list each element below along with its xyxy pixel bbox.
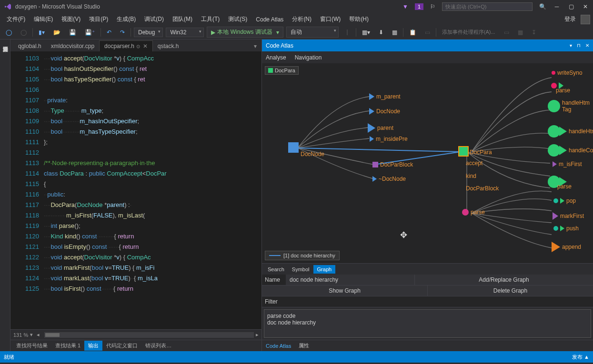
notification-badge[interactable]: 1 [415,3,423,10]
run-config-dropdown[interactable]: 自动 [286,27,339,38]
node-parse3[interactable]: parse [548,176,583,188]
atlas-analyse[interactable]: Analyse [266,54,286,61]
clipboard-icon[interactable]: 📋 [406,28,419,37]
menu-help[interactable]: 帮助(H) [345,14,372,25]
menu-test[interactable]: 测试(S) [224,14,251,25]
menu-debug[interactable]: 调试(D) [141,14,168,25]
tb-icon-2[interactable]: ▦ [515,28,526,37]
solution-explorer-tab[interactable]: 解决方案资源管理器 [0,39,10,351]
nav-back-button[interactable]: ◯ [3,28,15,37]
btab-codedef[interactable]: 代码定义窗口 [102,341,141,351]
nav-fwd-button[interactable]: ◯ [18,28,30,37]
node-markfirst[interactable]: markFirst [553,212,584,220]
pin-icon[interactable]: ⊙ [136,44,140,49]
close-icon[interactable]: ✕ [143,43,148,49]
menu-view[interactable]: 视图(V) [58,14,84,25]
atlas-btab-properties[interactable]: 属性 [295,341,313,351]
atlas-tab-search[interactable]: Search [264,265,288,274]
menu-build[interactable]: 生成(B) [113,14,140,25]
node-m-insidepre[interactable]: m_insidePre [370,136,408,142]
add-replace-button[interactable]: Add/Replace Graph [414,275,593,285]
node-kind[interactable]: kind [466,173,476,179]
platform-dropdown[interactable]: Win32 [166,28,204,37]
quick-launch-input[interactable] [442,2,533,11]
atlas-close-icon[interactable]: ✕ [585,43,589,48]
flag-icon[interactable]: ⚐ [430,3,435,10]
save-button[interactable]: 💾 [66,28,79,37]
btab-find-symbol[interactable]: 查找符号结果 [12,341,51,351]
tab-docparser[interactable]: docparser.h⊙✕ [99,40,153,51]
maximize-button[interactable]: ▢ [567,3,575,10]
atlas-tab-graph[interactable]: Graph [313,265,336,274]
status-publish[interactable]: 发布 ▲ [572,354,589,361]
atlas-graph[interactable]: DocPara DocNode m_parent DocNode parent … [262,63,593,263]
tb-icon-1[interactable]: ▭ [501,28,512,37]
save-all-button[interactable]: 💾⁺ [82,28,98,37]
scroll-right-icon[interactable]: ▸ [256,332,259,338]
node-handlehtm2[interactable]: handleHtm [548,125,593,138]
name-value[interactable]: doc node hierarchy [286,275,414,285]
filter-list[interactable]: parse code doc node hierarchy [264,309,591,338]
close-button[interactable]: ✕ [582,3,589,10]
node-push[interactable]: push [553,225,579,232]
node-handleco[interactable]: handleCo [548,144,593,157]
atlas-tab-symbol[interactable]: Symbol [288,265,313,274]
menu-project[interactable]: 项目(P) [85,14,112,25]
node-accept[interactable]: accept [466,160,482,167]
node-pop[interactable]: pop [553,197,576,204]
search-icon[interactable]: 🔍 [539,3,546,10]
new-item-button[interactable]: ▮▾ [36,28,48,37]
delete-graph-button[interactable]: Delete Graph [427,285,593,296]
node-docparblock2[interactable]: DocParBlock [466,185,499,192]
atlas-btab-codeatlas[interactable]: Code Atlas [262,342,295,350]
menu-team[interactable]: 团队(M) [169,14,196,25]
hscroll-track[interactable] [44,332,254,338]
atlas-navigation[interactable]: Navigation [295,54,322,61]
node-m-parent[interactable]: m_parent [369,93,401,100]
run-button[interactable]: ▶本地 Windows 调试器▾ [207,27,283,38]
card-icon[interactable]: ▭ [422,28,433,37]
add-handler-hint[interactable]: 添加事件处理程序(A)... [439,27,498,37]
editor-body[interactable]: 1103110411051106110711081109111011111112… [10,51,261,329]
login-link[interactable]: 登录 [561,14,580,25]
node-docpara[interactable]: DocPara [459,147,492,156]
tab-qglobal[interactable]: qglobal.h [13,41,46,51]
node-docnode2[interactable]: DocNode [369,108,400,115]
avatar-icon[interactable] [581,15,590,24]
node-parent[interactable]: parent [368,123,393,133]
grid-icon[interactable]: ▦ [389,28,400,37]
node-tilde-docnode[interactable]: ~DocNode [372,176,406,182]
menu-codeatlas[interactable]: Code Atlas [252,15,287,24]
open-button[interactable]: 📂 [50,28,63,37]
btab-output[interactable]: 输出 [84,341,102,351]
node-parse2[interactable]: parse [551,82,580,89]
download-icon[interactable]: ⬇ [376,28,386,37]
tab-qstack[interactable]: qstack.h [153,41,184,51]
filter-icon[interactable]: ▼ [402,3,408,10]
btab-find-results[interactable]: 查找结果 1 [51,341,84,351]
hscroll-thumb[interactable] [45,333,60,337]
minimize-button[interactable]: ─ [553,3,561,10]
node-handlehtmtag[interactable]: handleHtm Tag [548,99,590,113]
node-parse[interactable]: parse [462,209,485,216]
atlas-pin-icon[interactable]: ⊓ [577,43,581,48]
scroll-left-icon[interactable]: ◂ [37,332,40,338]
menu-window[interactable]: 窗口(W) [316,14,344,25]
node-misfirst[interactable]: m_isFirst [553,161,582,167]
atlas-menu-icon[interactable]: ▾ [570,43,572,48]
menu-edit[interactable]: 编辑(E) [30,14,57,25]
layout-icon[interactable]: ▦▾ [359,28,373,37]
graph-breadcrumb[interactable]: [1] doc node hierarchy [265,251,340,260]
node-append[interactable]: append [552,242,581,252]
tb-icon-3[interactable]: ↧ [529,28,539,37]
node-writesyno[interactable]: writeSyno [552,69,583,76]
config-dropdown[interactable]: Debug [134,28,163,37]
undo-button[interactable]: ↶ [104,28,114,37]
code-area[interactable]: ····void·accept(DocVisitor·*v)·{·CompAcc… [44,51,261,329]
redo-button[interactable]: ↷ [117,28,128,37]
menu-analyze[interactable]: 分析(N) [288,14,315,25]
zoom-dropdown-icon[interactable]: ▾ [30,332,33,338]
menu-tools[interactable]: 工具(T) [197,14,223,25]
menu-file[interactable]: 文件(F) [3,14,29,25]
zoom-level[interactable]: 131 % [13,332,28,338]
